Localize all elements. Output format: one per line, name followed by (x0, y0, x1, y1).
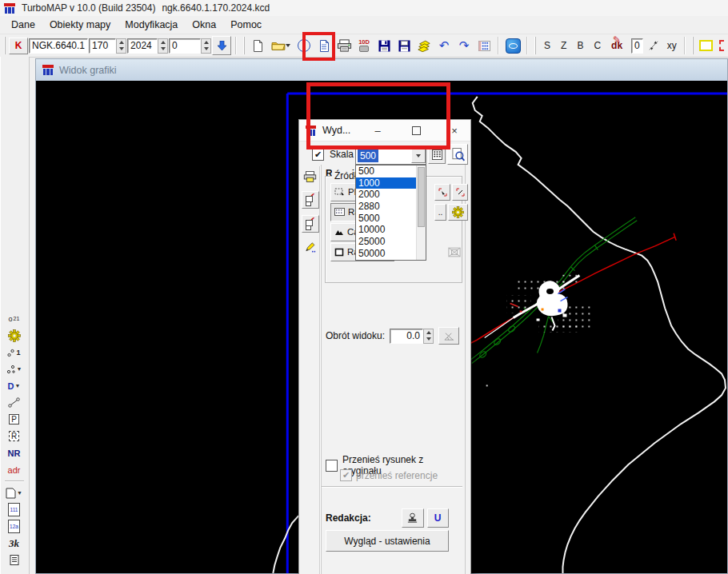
frame-tool-button[interactable] (697, 36, 716, 55)
print-dialog-titlebar[interactable]: Wyd... – × (299, 120, 470, 142)
scale-combobox[interactable]: 500 (355, 146, 426, 165)
open-file-button[interactable] (268, 36, 294, 55)
version-tool-button[interactable]: 10D (354, 36, 374, 55)
checklist-icon: ✔ (305, 194, 316, 205)
scale-value: 500 (358, 149, 378, 162)
go-to-sheet-button[interactable] (212, 36, 231, 55)
s-tool-button[interactable]: S (539, 38, 555, 53)
settings-gear-button[interactable] (448, 204, 468, 221)
menu-modyfikacja[interactable]: Modyfikacja (118, 17, 184, 33)
menu-dane[interactable]: Dane (5, 17, 42, 33)
document-info-button[interactable] (314, 36, 334, 55)
sheet-tool[interactable]: ▼ (3, 484, 26, 501)
scale-option[interactable]: 10000 (356, 224, 416, 236)
info-icon: i (298, 39, 310, 52)
rotation-spinner[interactable]: 0.0 (390, 329, 434, 344)
chevron-down-icon (416, 154, 421, 157)
range-pick-button[interactable] (434, 184, 450, 201)
scale-option[interactable]: 2880 (356, 201, 416, 213)
dk-tool-button[interactable]: dk ✎ (606, 38, 627, 53)
point-21-tool[interactable]: o21 (3, 310, 26, 327)
scale-dropdown-list[interactable]: 500 1000 2000 2880 5000 10000 25000 5000… (355, 165, 426, 261)
layers-button[interactable] (414, 36, 434, 55)
scrollbar-thumb[interactable] (418, 167, 425, 227)
menu-okna[interactable]: Okna (186, 17, 222, 33)
minimize-button[interactable]: – (362, 121, 394, 141)
scale-option[interactable]: 500 (356, 165, 416, 177)
r-label-tool[interactable]: R (3, 428, 26, 444)
c-tool-button[interactable]: C (589, 38, 606, 53)
scale-option[interactable]: 25000 (356, 236, 416, 248)
three-k-tool[interactable]: 3k (3, 535, 26, 552)
year-spinner[interactable]: 2024 (127, 38, 168, 54)
menu-pomoc[interactable]: Pomoc (224, 17, 268, 33)
menu-bar: Dane Obiekty mapy Modyfikacja Okna Pomoc (0, 16, 728, 34)
save-version-button[interactable] (394, 36, 414, 55)
clear-frame-button[interactable] (445, 245, 463, 260)
graphics-window-titlebar[interactable]: Widok grafiki (36, 59, 727, 81)
selection-frame-button[interactable] (717, 36, 728, 55)
info-button[interactable]: i (294, 36, 314, 55)
rotation-row: Obrót widoku: 0.0 (326, 327, 459, 345)
angle-spinner-button[interactable] (644, 36, 663, 55)
scale-checkbox[interactable]: ✔ (312, 149, 324, 161)
z-tool-button[interactable]: Z (556, 38, 571, 53)
points-mode-tool[interactable]: ▼ (3, 361, 26, 377)
combo-dropdown-button[interactable] (411, 148, 426, 163)
undo-button[interactable]: ↶ (434, 36, 454, 55)
sheet-number-field[interactable]: NGK.6640.1 (29, 38, 88, 54)
adr-tool[interactable]: adr (3, 461, 26, 478)
line-tool[interactable] (3, 394, 26, 411)
gear-points-tool[interactable] (3, 327, 26, 344)
menu-obiekty-mapy[interactable]: Obiekty mapy (43, 17, 117, 33)
angle-value-field[interactable]: 0 (631, 38, 643, 54)
stamp-button[interactable] (402, 508, 424, 528)
selection-tab-button[interactable]: ✔ (302, 191, 319, 209)
nr-tool[interactable]: NR (3, 444, 26, 461)
edit-tab-button[interactable] (302, 239, 318, 255)
dropdown-scrollbar[interactable] (416, 165, 426, 260)
redaction-label: Redakcja: (326, 512, 371, 524)
print-button[interactable] (334, 36, 354, 55)
remote-support-button[interactable] (503, 36, 522, 55)
sheet-12a-tool[interactable]: 12a (3, 518, 26, 535)
version-spinner[interactable]: 0 (169, 38, 211, 54)
scale-option[interactable]: 50000 (356, 248, 416, 260)
appearance-settings-button[interactable]: Wygląd - ustawienia (326, 530, 449, 552)
list-view-button[interactable] (474, 36, 494, 55)
range-pick2-button[interactable] (452, 184, 468, 201)
toolbar-gripper (243, 37, 245, 54)
pencil-icon (304, 241, 316, 253)
print-tab-button[interactable] (302, 169, 318, 185)
graphics-window-icon (42, 65, 54, 75)
scale-option[interactable]: 2000 (356, 189, 416, 201)
text-list-tool[interactable] (3, 552, 26, 568)
blue-down-arrow-icon (218, 41, 226, 50)
b-tool-button[interactable]: B (572, 38, 588, 53)
calculator-button[interactable] (428, 145, 446, 164)
d-mode-tool[interactable]: D▼ (3, 377, 26, 394)
checklist-icon: ✔ (305, 218, 316, 229)
transfer-checkbox[interactable] (326, 460, 338, 472)
calculator-icon (432, 149, 442, 160)
u-button[interactable]: U (427, 508, 449, 528)
scale-option[interactable]: 5000 (356, 213, 416, 225)
chevron-down-icon: ▼ (17, 490, 22, 496)
rotation-pick-button[interactable] (438, 327, 459, 345)
sheet-part-spinner[interactable]: 170 (89, 38, 126, 54)
redo-button[interactable]: ↷ (454, 36, 474, 55)
k-button[interactable]: K (9, 38, 28, 54)
graphics-window-title: Widok grafiki (59, 65, 117, 76)
yellow-frame-icon (699, 40, 713, 51)
new-file-button[interactable] (248, 36, 267, 55)
maximize-button[interactable] (400, 121, 432, 141)
selection2-tab-button[interactable]: ✔ (302, 215, 319, 233)
save-button[interactable] (374, 36, 394, 55)
browse-dots-button[interactable]: .. (434, 204, 446, 221)
scale-option-highlighted[interactable]: 1000 (356, 177, 416, 189)
print-preview-button[interactable] (447, 144, 468, 165)
sheet-111-tool[interactable]: 111 (3, 501, 26, 518)
p-label-tool[interactable]: P (3, 411, 26, 428)
points-numbering-tool[interactable]: 1 (3, 344, 26, 361)
close-button[interactable]: × (438, 121, 470, 141)
